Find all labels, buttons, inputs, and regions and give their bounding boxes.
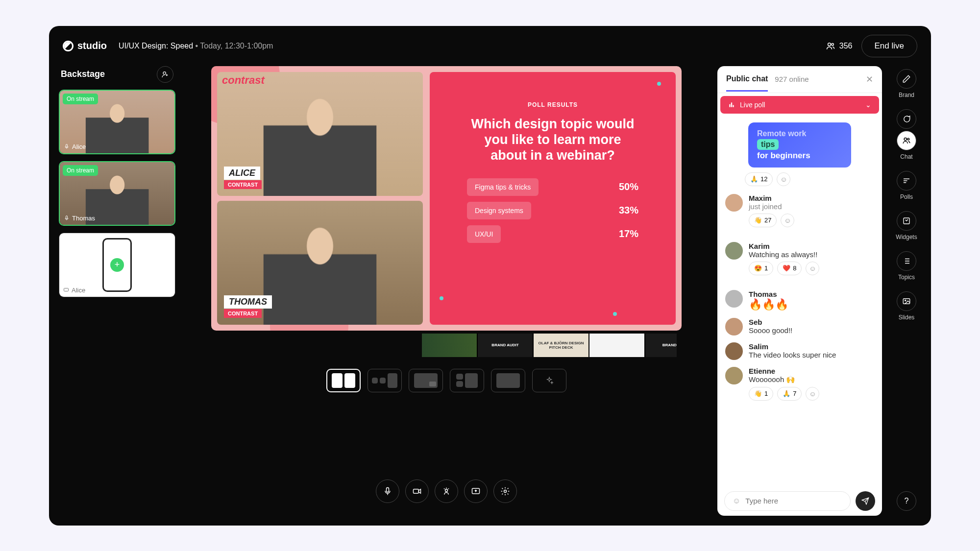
chat-icon [902,115,911,123]
settings-button[interactable] [493,479,517,503]
layout-grid-button[interactable] [450,369,484,392]
session-title: UI/UX Design: Speed [119,42,193,50]
widget-icon [902,216,911,225]
emoji-picker-icon[interactable]: ☺ [733,497,740,505]
backstage-tile-alice[interactable]: On stream Alice [59,90,175,154]
poll-panel: POLL RESULTS Which design topic would yo… [430,72,676,325]
add-reaction-button[interactable]: ☺ [806,262,819,275]
reaction-pill[interactable]: 😍1 [749,262,773,275]
chat-tab[interactable]: Public chat [726,74,768,92]
add-person-button[interactable] [157,66,173,83]
rail-brand[interactable]: Brand [897,69,916,98]
backstage-tile-screen[interactable]: + Alice [59,233,175,297]
speaker-tag: THOMAS CONTRAST [224,295,272,318]
svg-rect-12 [731,102,732,107]
person-plus-icon [161,71,169,78]
svg-point-2 [163,72,166,74]
slide-thumb[interactable] [422,334,477,357]
backstage-title: Backstage [61,69,105,79]
session-info: UI/UX Design: Speed • Today, 12:30-1:00p… [119,42,273,50]
chat-header: Public chat 927 online ✕ [717,66,882,93]
reaction-pill[interactable]: 👋1 [749,387,773,401]
chat-message: Maxim just joined 👋27 ☺ [725,194,874,235]
chat-close-button[interactable]: ✕ [866,74,873,85]
svg-rect-4 [66,216,68,219]
chat-input[interactable] [745,497,842,505]
chat-message: Salim The video looks super nice [725,342,874,360]
session-separator: • [196,42,200,50]
rail-widgets[interactable]: Widgets [896,211,917,240]
backstage-tile-thomas[interactable]: On stream Thomas [59,161,175,226]
add-reaction-button[interactable]: ☺ [806,387,819,401]
stage: contrast ALICE CONTRAST THO [211,66,682,516]
mic-button[interactable] [376,479,399,503]
svg-rect-13 [733,105,734,107]
mic-icon [383,486,392,496]
layout-sidebar-button[interactable] [368,369,402,392]
live-poll-bar[interactable]: Live poll ⌄ [720,96,879,114]
svg-rect-11 [729,104,730,107]
slide-thumb[interactable]: BRAND AUDIT [478,334,533,357]
rail-topics[interactable]: Topics [897,251,916,281]
help-button[interactable]: ? [897,491,916,511]
viewer-count: 356 [826,41,853,51]
reaction-pill[interactable]: 🙏7 [777,387,802,401]
layout-split-button[interactable] [326,369,361,392]
chat-media-card[interactable]: Remote work tips for beginners [748,122,851,168]
slide-thumb[interactable]: BRAND AU [645,334,677,357]
layout-picker [326,369,566,392]
avatar [725,290,743,308]
chat-input-field[interactable]: ☺ [724,491,851,511]
slide-thumb[interactable] [589,334,644,357]
chevron-down-icon: ⌄ [865,101,871,109]
raise-hand-button[interactable] [435,479,458,503]
poll-option: UX/UI 17% [467,225,638,243]
layout-pip-button[interactable] [409,369,443,392]
poll-label: POLL RESULTS [528,101,578,108]
live-poll-label: Live poll [740,101,765,109]
mic-icon [64,215,70,221]
reaction-pill[interactable]: 👋27 [749,214,777,227]
rail-polls[interactable]: Polls [897,171,916,200]
end-live-button[interactable]: End live [861,35,917,57]
layout-auto-button[interactable] [532,369,566,392]
camera-button[interactable] [405,479,429,503]
bottom-controls [376,479,517,503]
stage-video-alice: ALICE CONTRAST [217,72,423,196]
on-stream-badge: On stream [63,165,98,176]
poll-icon [902,176,911,185]
share-screen-icon [471,486,481,496]
send-button[interactable] [856,491,875,511]
svg-rect-6 [387,487,389,492]
svg-point-14 [904,138,906,140]
slide-strip[interactable]: BRAND AUDIT OLAF & BJÖRN DESIGN PITCH DE… [422,334,677,357]
add-reaction-button[interactable]: ☺ [777,172,790,186]
add-reaction-button[interactable]: ☺ [781,214,794,227]
chat-panel: Public chat 927 online ✕ Live poll ⌄ Rem… [717,66,882,516]
image-icon [902,297,911,306]
camera-icon [412,486,422,496]
backstage-name: Thomas [64,215,95,222]
reaction-row: 🙏12 ☺ [745,172,874,186]
rail-slides[interactable]: Slides [897,291,916,321]
svg-rect-5 [64,288,69,291]
svg-point-10 [504,490,507,492]
rail-chat[interactable]: Chat [897,131,916,160]
pencil-icon [902,74,911,83]
chat-message: Seb Soooo good!! [725,318,874,335]
avatar [725,342,743,360]
reaction-pill[interactable]: 🙏12 [745,172,773,186]
share-screen-button[interactable] [464,479,488,503]
avatar [725,367,743,384]
layout-full-button[interactable] [491,369,525,392]
logo-text: studio [77,40,107,51]
chat-message: Thomas 🔥🔥🔥 [725,290,874,311]
list-icon [902,257,911,265]
slide-thumb[interactable]: OLAF & BJÖRN DESIGN PITCH DECK [534,334,588,357]
chat-body[interactable]: Remote work tips for beginners 🙏12 ☺ Max… [717,117,882,486]
send-icon [861,497,869,505]
header: studio UI/UX Design: Speed • Today, 12:3… [49,26,931,66]
poll-option: Design systems 33% [467,202,638,219]
reaction-pill[interactable]: ❤️8 [777,262,802,275]
svg-point-0 [828,43,831,46]
